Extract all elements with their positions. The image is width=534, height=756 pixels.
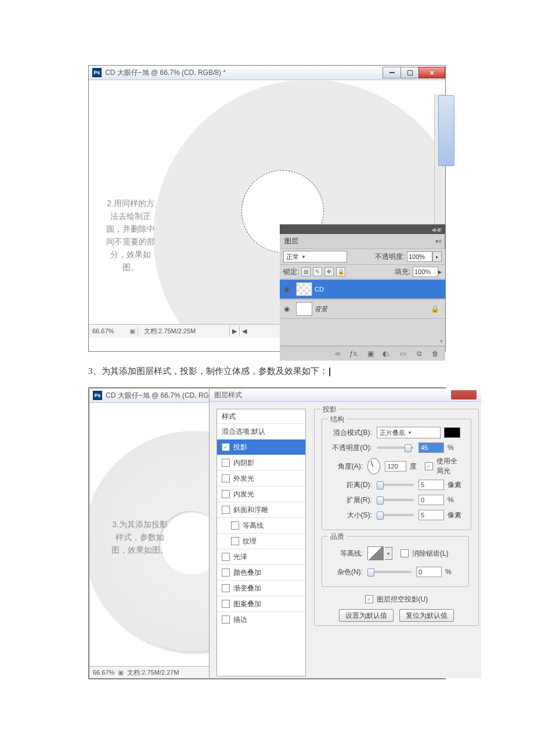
checkbox-icon[interactable] — [222, 600, 230, 608]
make-default-button[interactable]: 设置为默认值 — [339, 609, 394, 622]
antialias-checkbox[interactable] — [400, 549, 409, 557]
checkbox-icon[interactable] — [222, 490, 230, 498]
size-slider[interactable] — [377, 514, 414, 516]
layers-panel[interactable]: ◀◀ ✕ 图层 ▾≡ 正常 ▼ 不透明度: — [280, 224, 445, 361]
shadow-color-swatch[interactable] — [444, 427, 460, 438]
contour-picker[interactable] — [367, 546, 384, 560]
layer-name[interactable]: 背景 — [315, 305, 327, 314]
checkbox-icon[interactable] — [222, 568, 230, 577]
layer-style-dialog[interactable]: 图层样式 样式 混合选项:默认 投影 内阴影 外发光 内发光 斜面和浮雕 等高线 — [209, 388, 481, 678]
checkbox-icon[interactable] — [222, 474, 230, 483]
style-blendopts[interactable]: 混合选项:默认 — [217, 423, 305, 439]
panel-header[interactable]: ◀◀ ✕ — [280, 225, 445, 234]
checkbox-icon[interactable] — [231, 537, 239, 545]
layers-footer: ∞ ƒx. ▣ ◐. ▭ ⧉ 🗑 — [280, 346, 445, 361]
lock-position-icon[interactable]: ✥ — [324, 267, 334, 276]
close-button[interactable] — [418, 67, 445, 78]
mask-icon[interactable]: ▣ — [365, 349, 376, 358]
noise-field[interactable]: 0 — [416, 567, 442, 577]
delete-icon[interactable]: 🗑 — [430, 349, 441, 358]
adjustment-icon[interactable]: ◐. — [381, 349, 392, 358]
fx-icon[interactable]: ƒx. — [349, 349, 359, 358]
style-satin[interactable]: 光泽 — [217, 549, 305, 564]
lock-all-icon[interactable]: 🔒 — [336, 267, 345, 276]
status-icon[interactable]: ▣ — [127, 327, 138, 335]
reset-default-button[interactable]: 复位为默认值 — [399, 609, 454, 622]
checkbox-icon[interactable] — [222, 615, 230, 624]
layer-row-background[interactable]: ◉ 背景 🔒 — [280, 299, 445, 319]
popup-arrow-icon[interactable]: ▶ — [230, 326, 239, 336]
checkbox-icon[interactable] — [222, 506, 230, 514]
style-innerglow[interactable]: 内发光 — [217, 486, 305, 502]
layer-row-cd[interactable]: ◉ CD — [280, 279, 445, 299]
layer-thumbnail[interactable] — [296, 282, 312, 296]
style-texture[interactable]: 纹理 — [217, 533, 305, 549]
window-titlebar[interactable]: Ps CD 大眼仔~旭 @ 66.7% (CD, RG — [89, 388, 209, 403]
global-light-checkbox[interactable] — [425, 462, 433, 470]
photoshop-window-2: Ps CD 大眼仔~旭 @ 66.7% (CD, RG 3.为其添加投影样式，参… — [88, 387, 446, 679]
scroll-down-icon[interactable]: ▼ — [439, 339, 444, 344]
maximize-button[interactable] — [400, 67, 419, 78]
lock-transparency-icon[interactable]: ▧ — [301, 267, 311, 276]
size-field[interactable]: 5 — [418, 510, 444, 520]
blendmode-dropdown[interactable]: 正片叠底▼ — [377, 427, 441, 438]
spread-slider[interactable] — [377, 499, 414, 501]
text-cursor — [329, 368, 330, 376]
styles-header: 样式 — [217, 409, 305, 423]
layer-name[interactable]: CD — [315, 286, 324, 293]
blend-mode-dropdown[interactable]: 正常 ▼ — [283, 251, 347, 262]
fill-field[interactable]: 100% — [413, 267, 438, 277]
panel-menu-icon[interactable]: ▾≡ — [435, 238, 442, 244]
canvas[interactable]: 3.为其添加投影样式，参数如图，效果如图。 — [89, 403, 209, 666]
opacity-field[interactable]: 45 — [418, 442, 444, 453]
global-light-label: 使用全局光 — [436, 456, 464, 476]
distance-slider[interactable] — [377, 484, 414, 486]
checkbox-icon[interactable] — [231, 521, 239, 530]
status-icon[interactable]: ▣ — [118, 669, 124, 676]
checkbox-icon[interactable] — [222, 459, 230, 467]
scrollbar-thumb[interactable] — [438, 95, 454, 166]
style-contour[interactable]: 等高线 — [217, 517, 305, 533]
style-bevel[interactable]: 斜面和浮雕 — [217, 502, 305, 517]
new-layer-icon[interactable]: ⧉ — [414, 349, 424, 358]
minimize-button[interactable] — [383, 67, 401, 78]
close-button[interactable] — [451, 390, 477, 399]
checkbox-icon[interactable] — [222, 443, 230, 451]
opacity-slider[interactable] — [377, 447, 414, 449]
style-dropshadow[interactable]: 投影 — [217, 439, 305, 455]
panel-close-icon[interactable]: ✕ — [437, 226, 443, 233]
opacity-stepper[interactable]: ▸ — [432, 251, 442, 262]
group-dropshadow: 投影 结构 混合模式(B): 正片叠底▼ — [314, 409, 479, 626]
contour-dropdown[interactable]: ▾ — [385, 547, 392, 560]
style-stroke[interactable]: 描边 — [217, 611, 305, 627]
layer-thumbnail[interactable] — [296, 302, 312, 316]
window-titlebar[interactable]: Ps CD 大眼仔~旭 @ 66.7% (CD, RGB/8) * — [89, 66, 445, 80]
angle-dial[interactable] — [367, 458, 380, 474]
zoom-level[interactable]: 66.67% — [89, 327, 127, 334]
group-icon[interactable]: ▭ — [398, 349, 408, 358]
fill-stepper[interactable]: ▸ — [438, 268, 442, 276]
style-innershadow[interactable]: 内阴影 — [217, 455, 305, 470]
style-gradientoverlay[interactable]: 渐变叠加 — [217, 580, 305, 596]
angle-field[interactable]: 120 — [385, 461, 406, 471]
layers-tab[interactable]: 图层 — [280, 234, 303, 249]
opacity-label: 不透明度(O): — [329, 443, 372, 453]
opacity-field[interactable]: 100% — [407, 251, 432, 262]
knockout-checkbox[interactable] — [365, 595, 373, 603]
distance-field[interactable]: 5 — [418, 480, 444, 490]
style-coloroverlay[interactable]: 颜色叠加 — [217, 564, 305, 580]
style-patternoverlay[interactable]: 图案叠加 — [217, 596, 305, 611]
style-outerglow[interactable]: 外发光 — [217, 470, 305, 486]
spread-field[interactable]: 0 — [418, 495, 444, 505]
visibility-icon[interactable]: ◉ — [280, 305, 294, 313]
link-icon[interactable]: ∞ — [333, 349, 343, 358]
checkbox-icon[interactable] — [222, 553, 230, 561]
lock-pixels-icon[interactable]: ✎ — [313, 267, 322, 276]
visibility-icon[interactable]: ◉ — [280, 285, 294, 293]
scroll-left-icon[interactable]: ◀ — [239, 326, 249, 336]
zoom-level[interactable]: 66.67% — [93, 669, 114, 676]
collapse-icon[interactable]: ◀◀ — [431, 226, 437, 233]
dialog-titlebar[interactable]: 图层样式 — [210, 388, 481, 402]
noise-slider[interactable] — [367, 571, 412, 573]
checkbox-icon[interactable] — [222, 584, 230, 592]
